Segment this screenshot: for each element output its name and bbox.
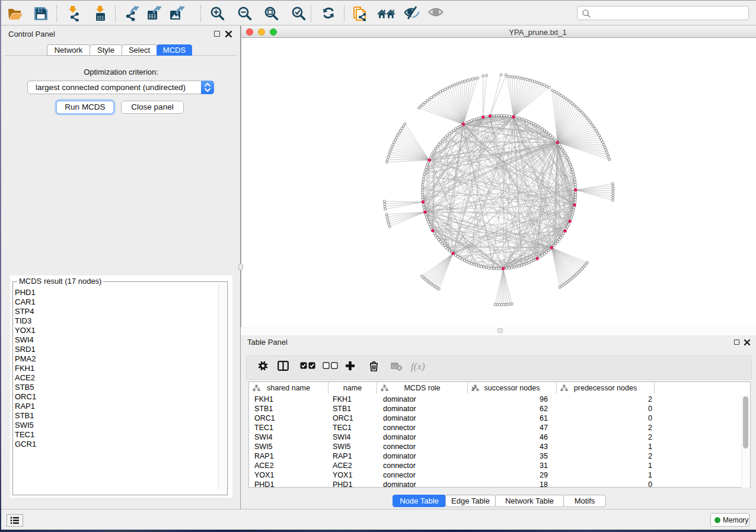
svg-text:f(x): f(x) (411, 361, 425, 372)
